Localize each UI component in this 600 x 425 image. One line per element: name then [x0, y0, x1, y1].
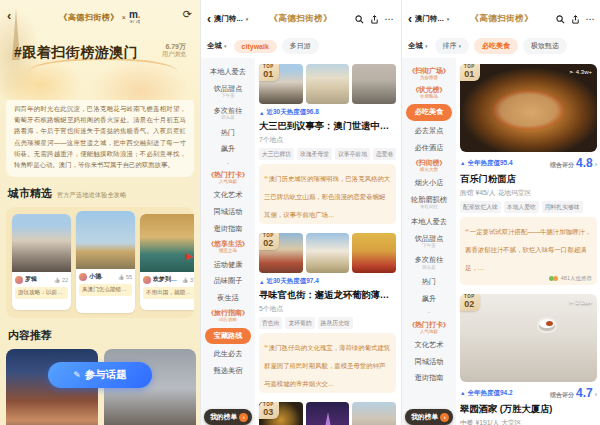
ugc-card[interactable]: 小德. 👍 55 来澳门怎么能错过水… — [76, 211, 135, 313]
sidebar-item-tire-wear[interactable]: 轮胎磨损榜专程前往 — [402, 192, 456, 214]
sidebar-item-treasure-routes[interactable]: 宝藏路线 — [205, 328, 251, 344]
send-icon: ➣ — [569, 68, 574, 75]
sidebar-item-drinks[interactable]: 饮品甜点下午茶 — [201, 81, 255, 103]
city-selector[interactable]: 澳门特... — [214, 14, 243, 24]
sidebar-item-events[interactable]: 同城活动 — [201, 204, 255, 221]
route-tag[interactable]: 龙环葡韵 — [285, 317, 314, 329]
my-ranking-button[interactable]: 我的榜单 › — [204, 409, 252, 425]
heat-value: 全年热度值95.4 — [467, 159, 512, 168]
chevron-down-icon: ▾ — [447, 16, 450, 22]
restaurant-tag[interactable]: 配菜软烂入味 — [460, 201, 501, 213]
more-icon[interactable]: ⋯ — [383, 14, 395, 24]
heat-icon: ▲ — [460, 160, 465, 166]
back-icon[interactable]: ‹ — [207, 12, 211, 26]
avatar — [79, 273, 87, 281]
user-review: ❝一定要试试双汁搭配——牛腩汁加咖喱汁，酱香浓郁挂汁不腻，软烂入味每一口都超满足… — [460, 217, 597, 285]
restaurant-meta: 面馆 ¥45/人 花地玛堂区 — [460, 188, 597, 198]
more-icon[interactable]: ⋯ — [584, 14, 596, 24]
sidebar-item-hot[interactable]: 热门 — [201, 124, 255, 141]
route-tag[interactable]: 议事亭前地 — [335, 148, 370, 160]
sidebar-item-must-visit[interactable]: 此生必去 — [201, 346, 255, 363]
search-icon[interactable] — [554, 15, 566, 24]
route-tag[interactable]: 玫瑰圣母堂 — [297, 148, 332, 160]
my-ranking-button[interactable]: 我的榜单 › — [405, 409, 453, 425]
scan-street-logo: 《高德扫街榜》 — [452, 13, 551, 25]
ruins-photo — [12, 214, 71, 272]
ugc-caption: 游玩攻略：以前在… — [15, 287, 68, 299]
sort-filter[interactable]: 排序 ▾ — [435, 38, 469, 54]
send-icon: ➣ — [569, 298, 574, 305]
route-card[interactable]: TOP03 ▲近30天热度值96.2 氹仔奇幻购物：打卡铁塔与8字轮 6个地点 — [259, 402, 396, 425]
route-tag[interactable]: 大三巴牌坊 — [259, 148, 294, 160]
route-tag[interactable]: 官也街 — [259, 317, 282, 329]
heat-icon: ▲ — [259, 110, 264, 116]
like-count[interactable]: 👍 22 — [54, 277, 68, 283]
route-tag[interactable]: 恋爱巷 — [373, 148, 396, 160]
route-photo — [306, 233, 350, 273]
sidebar-item-drinks[interactable]: 饮品甜点下午茶 — [402, 230, 456, 252]
share-icon[interactable] — [569, 15, 581, 24]
share-icon[interactable] — [368, 15, 380, 24]
sidebar-item-repeat[interactable]: 多次前往回头客 — [201, 102, 255, 124]
sidebar-item-locals[interactable]: 本地人爱去 — [402, 214, 456, 231]
ugc-card[interactable]: 罗辑 👍 22 游玩攻略：以前在… — [12, 214, 71, 310]
sidebar-item-sports[interactable]: 运动健康 — [201, 256, 255, 273]
sidebar-item-hotels[interactable]: 甄选美宿 — [201, 362, 255, 379]
sidebar-item-hot[interactable]: 热门 — [402, 274, 456, 291]
city-selector[interactable]: 澳门特... — [415, 14, 444, 24]
sidebar-item-rising[interactable]: 飙升 — [201, 141, 255, 158]
route-card[interactable]: TOP01 ▲近30天热度值96.8 大三巴到议事亭：澳门世遗中心巡礼 7个地点… — [259, 64, 396, 224]
search-icon[interactable] — [353, 15, 365, 24]
sidebar-item-taste-circle[interactable]: 品味圈子 — [201, 273, 255, 290]
route-photo — [306, 402, 350, 425]
rank-badge: TOP03 — [259, 402, 279, 419]
chevron-right-icon: › — [595, 391, 597, 398]
join-topic-button[interactable]: ✎ 参与话题 — [48, 362, 152, 388]
area-filter[interactable]: 全城 ▾ — [207, 41, 227, 51]
sidebar-section-leisure: 悠享生活惬意之选 — [201, 237, 255, 256]
thumb-icon: 👍 — [54, 277, 60, 283]
sidebar-item-must-stay[interactable]: 必住酒店 — [402, 139, 456, 156]
route-tag[interactable]: 路氹历史馆 — [318, 317, 353, 329]
ugc-card[interactable]: 欢梦到西洲 👍 37 不用出国，就能在这… — [140, 214, 194, 310]
sidebar-item-shopping-guide[interactable]: 逛街指南 — [201, 220, 255, 237]
tab-citywalk[interactable]: citywalk — [234, 40, 277, 53]
sidebar-item-culture[interactable]: 文化艺术 — [201, 187, 255, 204]
sidebar-item-shopping-guide[interactable]: 逛街指南 — [402, 370, 456, 387]
sidebar-item-must-see[interactable]: 必去景点 — [402, 123, 456, 140]
sidebar-item-rising[interactable]: 飙升 — [402, 291, 456, 308]
topic-page-panel: ‹ ⟳ 《高德扫街榜》 × m. 澳门通 #跟着扫街榜游澳门 6.79万 用户浏… — [0, 0, 200, 425]
bridge-illustration — [28, 58, 178, 86]
tab-must-eat[interactable]: 必吃美食 — [474, 38, 518, 54]
sidebar-section-checkin: 热门打卡人气地标 — [402, 318, 456, 337]
back-icon[interactable]: ‹ — [408, 12, 412, 26]
like-count[interactable]: 👍 37 — [182, 277, 194, 283]
chevron-down-icon: ▾ — [459, 43, 462, 49]
restaurant-tag[interactable]: 用料扎实够味 — [542, 201, 583, 213]
restaurant-card[interactable]: TOP02 ➣2.1w+ ▲全年热度值94.2 综合评分4.7› 翠园酒家 (万… — [460, 294, 597, 425]
overall-score[interactable]: 综合评分4.7› — [550, 386, 597, 400]
scan-street-logo: 《高德扫街榜》 — [251, 13, 350, 25]
restaurant-tag[interactable]: 本地人爱吃 — [504, 201, 539, 213]
city-picks-carousel[interactable]: 罗辑 👍 22 游玩攻略：以前在… 小德. 👍 55 来澳门怎么能错过水… — [6, 207, 194, 318]
sidebar-item-repeat[interactable]: 多次前往回头客 — [402, 252, 456, 274]
sidebar-item-locals[interactable]: 本地人爱去 — [201, 64, 255, 81]
overall-score[interactable]: 综合评分4.8› — [550, 156, 597, 170]
area-filter[interactable]: 全城 ▾ — [408, 41, 428, 51]
user-name: 罗辑 — [25, 275, 37, 284]
sidebar-item-nightlife[interactable]: 夜生活 — [201, 290, 255, 307]
canal-photo — [140, 214, 194, 272]
logo-x-separator: × — [122, 14, 126, 21]
tab-premium[interactable]: 极致甄选 — [523, 38, 567, 54]
route-card[interactable]: TOP02 ▲近30天热度值97.4 寻味官也街：邂逅龙环葡韵薄荷绿 5个地点 … — [259, 233, 396, 393]
sidebar-item-must-eat[interactable]: 必吃美食 — [406, 104, 452, 120]
sidebar-item-culture[interactable]: 文化艺术 — [402, 337, 456, 354]
like-count[interactable]: 👍 55 — [118, 274, 132, 280]
sidebar-item-events[interactable]: 同城活动 — [402, 354, 456, 371]
route-photo — [352, 402, 396, 425]
restaurant-card[interactable]: TOP01 ➣4.3w+ ▲全年热度值95.4 综合评分4.8› 百乐门粉面店 … — [460, 64, 597, 285]
food-photo: TOP01 ➣4.3w+ — [460, 64, 597, 152]
sidebar-item-small-shops[interactable]: 烟火小店 — [402, 175, 456, 192]
tab-multiday[interactable]: 多日游 — [282, 38, 319, 54]
carousel-next-icon[interactable]: ▶ — [186, 251, 193, 261]
